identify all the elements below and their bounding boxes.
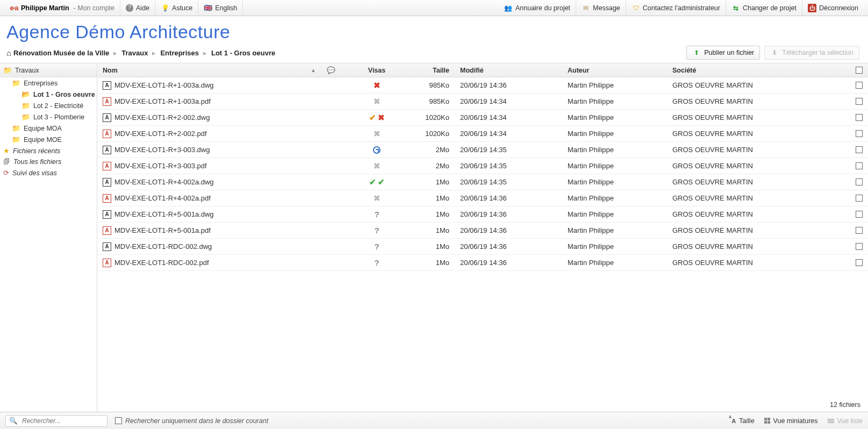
- file-name: MDV-EXE-LOT1-R+1-003a.dwg: [114, 81, 214, 89]
- sidebar-item[interactable]: 📂Lot 1 - Gros oeuvre: [0, 89, 97, 100]
- table-row[interactable]: AMDV-EXE-LOT1-R+2-002.dwg✔✖1020Ko20/06/1…: [97, 110, 868, 126]
- cell-name[interactable]: AMDV-EXE-LOT1-R+3-003.pdf: [97, 158, 320, 174]
- text-size-control[interactable]: AA Taille: [729, 417, 755, 425]
- checkbox-icon[interactable]: [856, 211, 863, 218]
- th-author[interactable]: Auteur: [562, 63, 667, 77]
- cell-name[interactable]: AMDV-EXE-LOT1-R+2-002.dwg: [97, 110, 320, 125]
- cell-select[interactable]: [834, 239, 868, 254]
- table-row[interactable]: AMDV-EXE-LOT1-RDC-002.pdf?1Mo20/06/19 14…: [97, 255, 868, 271]
- cell-select[interactable]: [834, 174, 868, 190]
- table-footer: 12 fichiers: [97, 398, 868, 412]
- cell-name[interactable]: AMDV-EXE-LOT1-R+3-003.dwg: [97, 142, 320, 158]
- checkbox-icon[interactable]: [856, 130, 863, 137]
- th-company[interactable]: Société: [667, 63, 834, 77]
- cell-select[interactable]: [834, 142, 868, 158]
- sidebar-item[interactable]: ⟳Suivi des visas: [0, 167, 97, 178]
- cell-select[interactable]: [834, 94, 868, 109]
- table-row[interactable]: AMDV-EXE-LOT1-R+1-003a.pdf✖985Ko20/06/19…: [97, 94, 868, 110]
- search-box[interactable]: 🔍: [5, 415, 107, 427]
- table-row[interactable]: AMDV-EXE-LOT1-R+5-001a.dwg?1Mo20/06/19 1…: [97, 206, 868, 223]
- visa-approved-icon: ✔: [378, 177, 385, 187]
- file-name: MDV-EXE-LOT1-R+2-002.dwg: [114, 113, 210, 121]
- checkbox-icon[interactable]: [856, 259, 863, 266]
- table-row[interactable]: AMDV-EXE-LOT1-R+3-003.pdf✖2Mo20/06/19 14…: [97, 158, 868, 174]
- checkbox-icon[interactable]: [856, 67, 863, 74]
- cell-visa: ?: [342, 255, 412, 270]
- cell-name[interactable]: AMDV-EXE-LOT1-R+1-003a.pdf: [97, 94, 320, 109]
- search-input[interactable]: [21, 417, 104, 425]
- th-select-all[interactable]: [834, 63, 868, 77]
- breadcrumb-item-2[interactable]: Entreprises: [160, 49, 199, 57]
- th-modified[interactable]: Modifié: [455, 63, 562, 77]
- checkbox-icon[interactable]: [856, 146, 863, 153]
- checkbox-icon[interactable]: [856, 98, 863, 105]
- cell-select[interactable]: [834, 126, 868, 141]
- project-directory-link[interactable]: 👥 Annuaire du projet: [499, 0, 576, 16]
- sidebar-item[interactable]: 📁Equipe MOA: [0, 123, 97, 134]
- search-current-folder-toggle[interactable]: Rechercher uniquement dans le dossier co…: [115, 417, 268, 425]
- visa-na-icon: ✖: [374, 97, 381, 106]
- change-project-link[interactable]: ⇆ Changer de projet: [726, 0, 802, 16]
- cell-comment: [320, 190, 342, 206]
- cell-name[interactable]: AMDV-EXE-LOT1-R+5-001a.pdf: [97, 223, 320, 238]
- sidebar-item[interactable]: 📁Lot 2 - Electricité: [0, 100, 97, 111]
- view-thumbnails-label: Vue miniatures: [773, 417, 818, 425]
- checkbox-icon[interactable]: [856, 178, 863, 185]
- th-visa[interactable]: Visas: [342, 63, 412, 77]
- th-name[interactable]: Nom ▲: [97, 63, 320, 77]
- help-link[interactable]: ? Aide: [120, 0, 155, 16]
- checkbox-icon[interactable]: [856, 195, 863, 202]
- contact-admin-link[interactable]: 🛡 Contactez l'administrateur: [626, 0, 726, 16]
- table-row[interactable]: AMDV-EXE-LOT1-R+2-002.pdf✖1020Ko20/06/19…: [97, 126, 868, 142]
- breadcrumb-item-3[interactable]: Lot 1 - Gros oeuvre: [211, 49, 275, 57]
- checkbox-icon[interactable]: [856, 243, 863, 250]
- cell-select[interactable]: [834, 77, 868, 93]
- checkbox-icon[interactable]: [856, 114, 863, 121]
- cell-name[interactable]: AMDV-EXE-LOT1-R+1-003a.dwg: [97, 77, 320, 93]
- cell-name[interactable]: AMDV-EXE-LOT1-RDC-002.dwg: [97, 239, 320, 254]
- sidebar-item[interactable]: ★Fichiers récents: [0, 145, 97, 156]
- cell-name[interactable]: AMDV-EXE-LOT1-R+4-002a.dwg: [97, 174, 320, 190]
- view-thumbnails-button[interactable]: Vue miniatures: [764, 417, 818, 425]
- sidebar-item[interactable]: 📁Lot 3 - Plomberie: [0, 111, 97, 123]
- cell-name[interactable]: AMDV-EXE-LOT1-R+2-002.pdf: [97, 126, 320, 141]
- publish-file-button[interactable]: ⬆ Publier un fichier: [686, 46, 760, 60]
- sidebar-item[interactable]: 📁Entreprises: [0, 77, 97, 89]
- checkbox-icon[interactable]: [856, 162, 863, 169]
- th-comment[interactable]: 💬: [320, 63, 342, 77]
- logout-link[interactable]: ⏻ Déconnexion: [802, 0, 864, 16]
- table-row[interactable]: AMDV-EXE-LOT1-RDC-002.dwg?1Mo20/06/19 14…: [97, 239, 868, 255]
- cell-select[interactable]: [834, 206, 868, 222]
- table-row[interactable]: AMDV-EXE-LOT1-R+5-001a.pdf?1Mo20/06/19 1…: [97, 223, 868, 239]
- checkbox-icon[interactable]: [115, 417, 122, 424]
- sidebar-item[interactable]: 🗐Tous les fichiers: [0, 156, 97, 167]
- checkbox-icon[interactable]: [856, 227, 863, 234]
- cell-select[interactable]: [834, 158, 868, 174]
- pdf-file-icon: A: [103, 162, 111, 170]
- checkbox-icon[interactable]: [856, 82, 863, 89]
- table-row[interactable]: AMDV-EXE-LOT1-R+3-003.dwg2Mo20/06/19 14:…: [97, 142, 868, 158]
- account-menu[interactable]: e∙a Philippe Martin - Mon compte: [4, 0, 120, 16]
- tip-link[interactable]: 💡 Astuce: [155, 0, 198, 16]
- cell-size: 1Mo: [412, 239, 455, 254]
- visa-unknown-icon: ?: [374, 226, 379, 235]
- cell-select[interactable]: [834, 190, 868, 206]
- table-row[interactable]: AMDV-EXE-LOT1-R+1-003a.dwg✖985Ko20/06/19…: [97, 77, 868, 94]
- home-icon[interactable]: ⌂: [6, 48, 11, 58]
- sidebar-root[interactable]: 📁 Travaux: [0, 63, 97, 77]
- cell-name[interactable]: AMDV-EXE-LOT1-R+5-001a.dwg: [97, 206, 320, 222]
- cell-name[interactable]: AMDV-EXE-LOT1-R+4-002a.pdf: [97, 190, 320, 206]
- table-row[interactable]: AMDV-EXE-LOT1-R+4-002a.dwg✔✔1Mo20/06/19 …: [97, 174, 868, 190]
- breadcrumb-item-0[interactable]: Rénovation Musée de la Ville: [13, 49, 109, 57]
- cell-select[interactable]: [834, 255, 868, 270]
- language-link[interactable]: 🇬🇧 English: [198, 0, 243, 16]
- breadcrumb-item-1[interactable]: Travaux: [121, 49, 148, 57]
- cell-name[interactable]: AMDV-EXE-LOT1-RDC-002.pdf: [97, 255, 320, 270]
- cell-author: Martin Philippe: [562, 174, 667, 190]
- cell-select[interactable]: [834, 223, 868, 238]
- table-row[interactable]: AMDV-EXE-LOT1-R+4-002a.pdf✖1Mo20/06/19 1…: [97, 190, 868, 206]
- cell-select[interactable]: [834, 110, 868, 125]
- th-size[interactable]: Taille: [412, 63, 455, 77]
- sidebar-item[interactable]: 📁Equipe MOE: [0, 134, 97, 145]
- message-link[interactable]: ✉ Message: [576, 0, 626, 16]
